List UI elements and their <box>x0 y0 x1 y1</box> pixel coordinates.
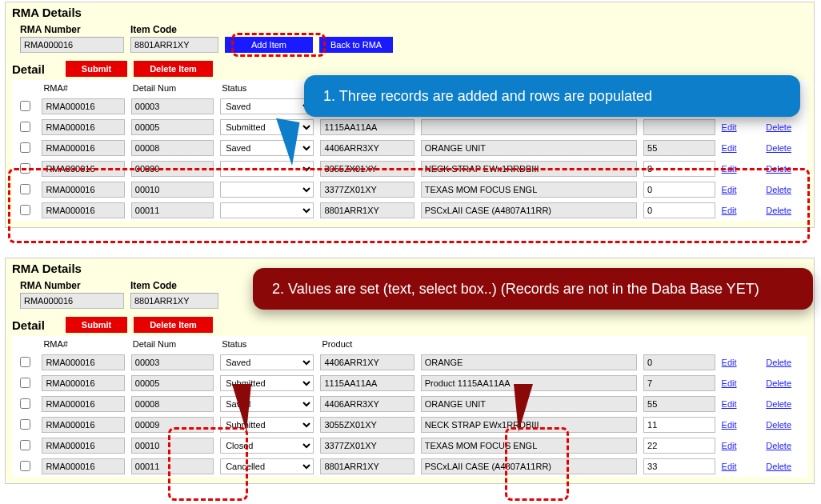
rma-cell[interactable] <box>42 458 124 474</box>
product-cell[interactable] <box>320 161 414 177</box>
status-select[interactable]: Saved <box>220 354 314 370</box>
edit-link[interactable]: Edit <box>722 378 737 388</box>
desc-cell[interactable] <box>421 375 637 391</box>
qty-cell[interactable] <box>643 161 715 177</box>
delete-link[interactable]: Delete <box>766 441 791 450</box>
product-cell[interactable] <box>320 458 414 474</box>
product-cell[interactable] <box>320 396 414 412</box>
detailnum-cell[interactable] <box>131 354 214 370</box>
delete-link[interactable]: Delete <box>766 358 791 367</box>
item-code-input[interactable] <box>130 293 218 309</box>
edit-link[interactable]: Edit <box>722 143 737 153</box>
detailnum-cell[interactable] <box>131 417 214 433</box>
rma-cell[interactable] <box>42 98 124 114</box>
status-select[interactable]: Saved <box>220 98 314 114</box>
product-cell[interactable] <box>320 119 414 135</box>
back-to-rma-button[interactable]: Back to RMA <box>319 37 393 53</box>
detailnum-cell[interactable] <box>131 438 214 454</box>
delete-item-button[interactable]: Delete Item <box>134 61 213 77</box>
product-cell[interactable] <box>320 202 414 218</box>
status-select[interactable]: Submitted <box>220 119 314 135</box>
add-item-button[interactable]: Add Item <box>225 37 313 53</box>
row-checkbox[interactable] <box>20 205 30 215</box>
rma-cell[interactable] <box>42 354 124 370</box>
row-checkbox[interactable] <box>20 357 30 367</box>
rma-cell[interactable] <box>42 119 124 135</box>
status-select[interactable]: Saved <box>220 396 314 412</box>
qty-cell[interactable] <box>643 417 715 433</box>
qty-cell[interactable] <box>643 202 715 218</box>
rma-cell[interactable] <box>42 161 124 177</box>
row-checkbox[interactable] <box>20 101 30 111</box>
rma-cell[interactable] <box>42 202 124 218</box>
status-select[interactable] <box>220 202 314 218</box>
delete-item-button[interactable]: Delete Item <box>134 317 213 333</box>
delete-link[interactable]: Delete <box>766 420 791 430</box>
edit-link[interactable]: Edit <box>722 399 737 409</box>
delete-link[interactable]: Delete <box>766 122 791 132</box>
detailnum-cell[interactable] <box>131 119 214 135</box>
edit-link[interactable]: Edit <box>722 358 737 367</box>
desc-cell[interactable] <box>421 182 637 198</box>
rma-cell[interactable] <box>42 438 124 454</box>
edit-link[interactable]: Edit <box>722 462 737 471</box>
qty-cell[interactable] <box>643 438 715 454</box>
detailnum-cell[interactable] <box>131 98 214 114</box>
status-select[interactable]: Cancelled <box>220 458 314 474</box>
desc-cell[interactable] <box>421 396 637 412</box>
edit-link[interactable]: Edit <box>722 164 737 174</box>
desc-cell[interactable] <box>421 354 637 370</box>
status-select[interactable]: Closed <box>220 438 314 454</box>
edit-link[interactable]: Edit <box>722 185 737 194</box>
product-cell[interactable] <box>320 140 414 156</box>
edit-link[interactable]: Edit <box>722 420 737 430</box>
row-checkbox[interactable] <box>20 461 30 471</box>
desc-cell[interactable] <box>421 202 637 218</box>
qty-cell[interactable] <box>643 119 715 135</box>
detailnum-cell[interactable] <box>131 161 214 177</box>
rma-number-input[interactable] <box>20 293 124 309</box>
qty-cell[interactable] <box>643 396 715 412</box>
detailnum-cell[interactable] <box>131 375 214 391</box>
rma-cell[interactable] <box>42 182 124 198</box>
row-checkbox[interactable] <box>20 419 30 430</box>
edit-link[interactable]: Edit <box>722 206 737 215</box>
desc-cell[interactable] <box>421 438 637 454</box>
detailnum-cell[interactable] <box>131 396 214 412</box>
product-cell[interactable] <box>320 354 414 370</box>
product-cell[interactable] <box>320 182 414 198</box>
row-checkbox[interactable] <box>20 122 30 132</box>
row-checkbox[interactable] <box>20 184 30 194</box>
detailnum-cell[interactable] <box>131 182 214 198</box>
qty-cell[interactable] <box>643 458 715 474</box>
row-checkbox[interactable] <box>20 440 30 450</box>
delete-link[interactable]: Delete <box>766 462 791 471</box>
qty-cell[interactable] <box>643 182 715 198</box>
row-checkbox[interactable] <box>20 378 30 388</box>
submit-button[interactable]: Submit <box>66 317 127 333</box>
detailnum-cell[interactable] <box>131 458 214 474</box>
rma-number-input[interactable] <box>20 37 124 53</box>
delete-link[interactable]: Delete <box>766 378 791 388</box>
delete-link[interactable]: Delete <box>766 399 791 409</box>
desc-cell[interactable] <box>421 458 637 474</box>
row-checkbox[interactable] <box>20 163 30 174</box>
edit-link[interactable]: Edit <box>722 122 737 132</box>
detailnum-cell[interactable] <box>131 202 214 218</box>
qty-cell[interactable] <box>643 140 715 156</box>
status-select[interactable]: Submitted <box>220 375 314 391</box>
delete-link[interactable]: Delete <box>766 206 791 215</box>
desc-cell[interactable] <box>421 161 637 177</box>
status-select[interactable] <box>220 182 314 198</box>
row-checkbox[interactable] <box>20 398 30 409</box>
item-code-input[interactable] <box>130 37 218 53</box>
product-cell[interactable] <box>320 417 414 433</box>
desc-cell[interactable] <box>421 417 637 433</box>
product-cell[interactable] <box>320 438 414 454</box>
status-select[interactable] <box>220 161 314 177</box>
qty-cell[interactable] <box>643 375 715 391</box>
rma-cell[interactable] <box>42 375 124 391</box>
rma-cell[interactable] <box>42 396 124 412</box>
status-select[interactable]: Saved <box>220 140 314 156</box>
product-cell[interactable] <box>320 375 414 391</box>
